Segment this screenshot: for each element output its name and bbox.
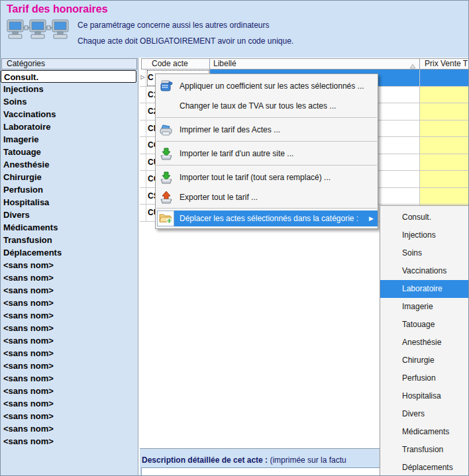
banner-info-line2: Chaque acte doit OBLIGATOIREMENT avoir u…: [78, 36, 293, 46]
submenu-item-tatouage[interactable]: Tatouage: [380, 316, 468, 334]
sidebar-item-sans-nom[interactable]: <sans nom>: [1, 271, 138, 284]
sidebar-item-sans-nom[interactable]: <sans nom>: [1, 322, 138, 334]
row-selector: [140, 120, 146, 138]
menu-item-label: Appliquer un coefficient sur les actes s…: [180, 81, 364, 91]
submenu-item-anesthesie[interactable]: Anesthésie: [380, 334, 468, 352]
sidebar-item-soins[interactable]: Soins: [1, 95, 138, 108]
prix-cell[interactable]: [420, 103, 469, 120]
sidebar-item-sans-nom[interactable]: <sans nom>: [1, 309, 138, 322]
description-input[interactable]: [141, 467, 382, 476]
import-icon: [158, 170, 174, 185]
submenu-item-vaccinations[interactable]: Vaccinations: [380, 262, 468, 280]
export-icon: [158, 190, 174, 205]
sidebar-item-sans-nom[interactable]: <sans nom>: [1, 422, 138, 435]
sidebar-item-injections[interactable]: Injections: [1, 83, 138, 95]
sidebar-item-vaccinations[interactable]: Vaccinations: [1, 108, 138, 120]
submenu-arrow-icon: ▶: [369, 215, 374, 222]
category-submenu: Consult. Injections Soins Vaccinations L…: [380, 205, 469, 476]
prix-cell[interactable]: [420, 87, 469, 104]
submenu-item-laboratoire[interactable]: Laboratoire: [380, 280, 468, 298]
sidebar-item-sans-nom[interactable]: <sans nom>: [1, 372, 138, 385]
row-selector: [140, 87, 146, 104]
menu-separator: [156, 141, 377, 142]
table-header-row: Code acte Libellé Prix Vente T: [140, 58, 469, 70]
prix-cell[interactable]: [420, 70, 469, 87]
row-selector: [140, 171, 146, 188]
sidebar-item-imagerie[interactable]: Imagerie: [1, 133, 138, 146]
submenu-item-hospitalisa[interactable]: Hospitalisa: [380, 387, 468, 405]
submenu-item-medicaments[interactable]: Médicaments: [380, 423, 468, 441]
sidebar-item-transfusion[interactable]: Transfusion: [1, 234, 138, 246]
current-row-arrow-icon: ▷: [140, 74, 144, 80]
description-label-note: (imprimée sur la factu: [270, 455, 346, 465]
menu-item-label: Déplacer les actes sélectionnés dans la …: [180, 214, 358, 223]
submenu-item-chirurgie[interactable]: Chirurgie: [380, 352, 468, 369]
menu-item-appliquer-coefficient[interactable]: Appliquer un coefficient sur les actes s…: [156, 76, 378, 96]
column-header-code-acte[interactable]: Code acte: [141, 58, 210, 70]
sidebar-item-sans-nom[interactable]: <sans nom>: [1, 410, 138, 422]
header-banner: Tarif des honoraires: [1, 1, 469, 58]
prix-cell[interactable]: [420, 137, 469, 154]
sidebar-item-sans-nom[interactable]: <sans nom>: [1, 259, 138, 271]
column-header-prix-vente[interactable]: Prix Vente T: [420, 58, 469, 70]
sidebar-item-deplacements[interactable]: Déplacements: [1, 246, 138, 259]
sidebar-item-sans-nom[interactable]: <sans nom>: [1, 385, 138, 397]
menu-item-changer-tva[interactable]: Changer le taux de TVA sur tous les acte…: [156, 96, 378, 116]
submenu-item-perfusion[interactable]: Perfusion: [380, 369, 468, 387]
submenu-item-divers[interactable]: Divers: [380, 405, 468, 423]
submenu-item-transfusion[interactable]: Transfusion: [380, 441, 468, 459]
column-header-libelle-label: Libellé: [213, 59, 236, 68]
menu-item-importer-autre-site[interactable]: Importer le tarif d'un autre site ...: [156, 143, 378, 164]
sidebar-item-chirurgie[interactable]: Chirurgie: [1, 171, 138, 183]
menu-item-highlight-bar: Déplacer les actes sélectionnés dans la …: [174, 211, 378, 226]
import-icon: [158, 146, 174, 161]
sidebar-item-sans-nom[interactable]: <sans nom>: [1, 359, 138, 372]
network-computers-icon: [6, 19, 72, 45]
prix-cell[interactable]: [420, 171, 469, 188]
sidebar-item-tatouage[interactable]: Tatouage: [1, 146, 138, 158]
prix-cell[interactable]: [420, 120, 469, 138]
menu-item-label: Changer le taux de TVA sur tous les acte…: [180, 101, 336, 111]
sidebar-item-anesthesie[interactable]: Anesthésie: [1, 158, 138, 171]
sort-ascending-icon: [409, 62, 416, 70]
prix-cell[interactable]: [420, 154, 469, 171]
menu-item-importer-tout[interactable]: Importer tout le tarif (tout sera rempla…: [156, 167, 378, 187]
description-label: Description détaillée de cet acte : (imp…: [142, 455, 346, 465]
row-selector: ▷: [140, 70, 146, 87]
menu-separator: [156, 165, 377, 166]
sidebar-item-medicaments[interactable]: Médicaments: [1, 221, 138, 234]
submenu-item-soins[interactable]: Soins: [380, 244, 468, 262]
menu-separator: [156, 208, 377, 209]
banner-info-line1: Ce paramétrage concerne aussi les autres…: [78, 21, 270, 30]
submenu-item-consult[interactable]: Consult.: [380, 209, 468, 226]
prix-cell[interactable]: [420, 188, 469, 205]
sidebar-item-sans-nom[interactable]: <sans nom>: [1, 284, 138, 297]
column-header-libelle[interactable]: Libellé: [210, 58, 420, 70]
menu-item-deplacer-actes[interactable]: Déplacer les actes sélectionnés dans la …: [156, 210, 378, 226]
sidebar-item-sans-nom[interactable]: <sans nom>: [1, 397, 138, 410]
submenu-item-imagerie[interactable]: Imagerie: [380, 298, 468, 316]
printer-icon: [158, 122, 174, 137]
sidebar-item-sans-nom[interactable]: <sans nom>: [1, 347, 138, 359]
submenu-item-injections[interactable]: Injections: [380, 226, 468, 244]
submenu-item-deplacements[interactable]: Déplacements: [380, 459, 468, 476]
sidebar-item-perfusion[interactable]: Perfusion: [1, 183, 138, 196]
sidebar-item-divers[interactable]: Divers: [1, 209, 138, 221]
sidebar-item-laboratoire[interactable]: Laboratoire: [1, 120, 138, 133]
menu-item-label: Importer tout le tarif (tout sera rempla…: [180, 173, 331, 182]
menu-item-label: Exporter tout le tarif ...: [180, 193, 258, 202]
menu-item-exporter-tout[interactable]: Exporter tout le tarif ...: [156, 187, 378, 207]
categories-list: Consult. Injections Soins Vaccinations L…: [1, 70, 138, 448]
row-selector: [140, 154, 146, 171]
sidebar-item-consult[interactable]: Consult.: [1, 70, 136, 83]
row-selector: [140, 205, 146, 222]
sidebar-item-sans-nom[interactable]: <sans nom>: [1, 435, 138, 448]
sidebar-item-sans-nom[interactable]: <sans nom>: [1, 334, 138, 347]
move-category-icon: [157, 211, 174, 226]
cash-register-icon: [158, 79, 174, 93]
sidebar-item-sans-nom[interactable]: <sans nom>: [1, 297, 138, 309]
no-icon: [158, 99, 174, 113]
row-selector: [140, 137, 146, 154]
sidebar-item-hospitalisa[interactable]: Hospitalisa: [1, 196, 138, 209]
menu-item-imprimer-tarif[interactable]: Imprimer le tarif des Actes ...: [156, 119, 378, 140]
